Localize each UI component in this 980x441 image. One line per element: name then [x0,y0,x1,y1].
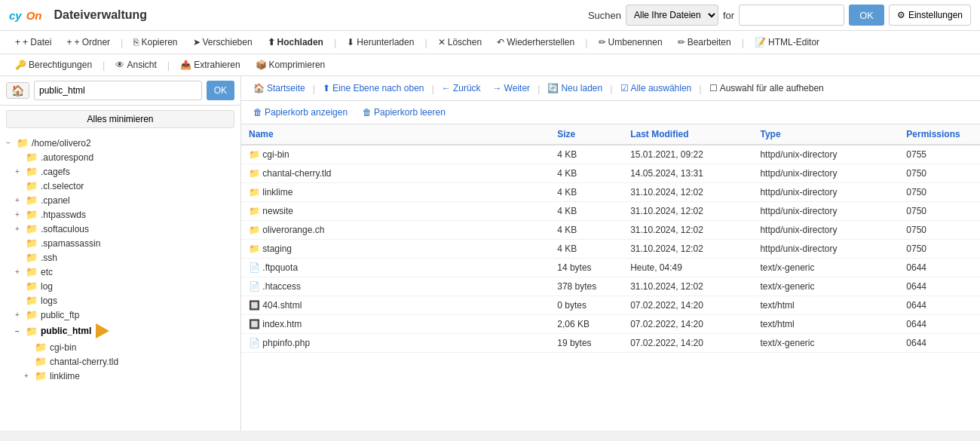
folder-icon: 📁 [17,137,29,149]
tree-item-root[interactable]: − 📁 /home/olivero2 [0,136,240,150]
rename-label: Umbenennen [608,37,663,47]
folder-icon: 📁 [26,326,38,337]
empty-trash-button[interactable]: 🗑 Papierkorb leeren [358,105,450,120]
back-button[interactable]: ← Zurück [437,81,485,96]
tree-item-etc[interactable]: + 📁 etc [0,265,240,279]
col-header-date[interactable]: Last Modified [623,124,752,145]
table-row[interactable]: 🔲 index.htm 2,06 KB 07.02.2022, 14:20 te… [241,315,980,334]
startpage-button[interactable]: 🏠 Startseite [249,81,310,96]
file-table: Name Size Last Modified Type Permissions… [241,124,980,353]
file-type-icon: 📁 [249,206,260,216]
restore-button[interactable]: ↶ Wiederherstellen [491,35,580,50]
new-folder-button[interactable]: + + Ordner [60,35,116,50]
table-row[interactable]: 📁 staging 4 KB 31.10.2024, 12:02 httpd/u… [241,240,980,259]
search-select[interactable]: Alle Ihre Dateien Dieser Ordner Dateinam… [626,5,718,26]
nav-sep5: | [699,83,701,94]
new-file-button[interactable]: + + Datei [9,35,57,50]
up-level-button[interactable]: ⬆ Eine Ebene nach oben [318,81,428,96]
col-header-perm[interactable]: Permissions [899,124,980,145]
forward-button[interactable]: → Weiter [488,81,534,96]
tree-item-autorespond[interactable]: 📁 .autorespond [0,150,240,164]
search-input[interactable] [739,5,844,26]
search-ok-button[interactable]: OK [849,5,884,26]
startpage-label: Startseite [267,83,305,93]
delete-icon: ✕ [438,37,446,47]
tree-item-public-html[interactable]: − 📁 public_html [0,322,240,340]
path-ok-button[interactable]: OK [207,81,234,100]
view-button[interactable]: 👁 Ansicht [109,57,162,72]
tree-item-public-ftp[interactable]: + 📁 public_ftp [0,308,240,322]
tree-item-cpanel[interactable]: + 📁 .cpanel [0,193,240,207]
restore-icon: ↶ [497,37,504,47]
table-row[interactable]: 📄 phpinfo.php 19 bytes 07.02.2022, 14:20… [241,334,980,353]
file-size-cell: 4 KB [550,164,623,183]
html-editor-button[interactable]: 📝 HTML-Editor [749,35,825,50]
col-header-type[interactable]: Type [752,124,899,145]
tree-item-htpasswds[interactable]: + 📁 .htpasswds [0,207,240,222]
delete-button[interactable]: ✕ Löschen [432,35,488,50]
permissions-icon: 🔑 [15,60,26,70]
folder-icon: 📁 [26,237,38,249]
expand-icon: − [6,139,15,147]
plus-folder-icon: + [66,37,72,47]
minimize-all-button[interactable]: Alles minimieren [6,110,234,128]
compress-button[interactable]: 📦 Komprimieren [250,57,332,72]
up-label: Eine Ebene nach oben [332,83,424,93]
file-name: 404.shtml [262,300,302,311]
tree-item-cagefs[interactable]: + 📁 .cagefs [0,164,240,179]
search-for-label: for [723,10,734,21]
tree-item-chantal[interactable]: 📁 chantal-cherry.tld [0,354,240,369]
rename-button[interactable]: ✏ Umbenennen [593,35,669,50]
home-icon-button[interactable]: 🏠 [6,82,29,99]
table-row[interactable]: 📄 .htaccess 378 bytes 31.10.2024, 12:02 … [241,277,980,296]
permissions-button[interactable]: 🔑 Berechtigungen [9,57,98,72]
tree-item-log[interactable]: 📁 log [0,279,240,293]
file-date-cell: 31.10.2024, 12:02 [623,240,752,259]
reload-button[interactable]: 🔄 Neu laden [543,81,607,96]
file-type-icon: 📁 [249,149,260,160]
sep4: | [583,37,589,48]
tree-item-softaculous[interactable]: + 📁 .softaculous [0,222,240,236]
reload-label: Neu laden [561,83,602,93]
table-row[interactable]: 📁 linklime 4 KB 31.10.2024, 12:02 httpd/… [241,183,980,202]
file-date-cell: 31.10.2024, 12:02 [623,221,752,240]
tree-item-cl-selector[interactable]: 📁 .cl.selector [0,179,240,193]
file-size-cell: 4 KB [550,145,623,164]
path-input[interactable] [34,81,202,100]
table-row[interactable]: 📁 oliverorange.ch 4 KB 31.10.2024, 12:02… [241,221,980,240]
settings-button[interactable]: ⚙ Einstellungen [889,5,971,26]
show-trash-button[interactable]: 🗑 Papierkorb anzeigen [249,105,352,120]
file-size-cell: 378 bytes [550,277,623,296]
deselect-label: Auswahl für alle aufheben [720,83,824,93]
col-header-name[interactable]: Name [241,124,550,145]
edit-button[interactable]: ✏ Bearbeiten [672,35,737,50]
table-row[interactable]: 📁 newsite 4 KB 31.10.2024, 12:02 httpd/u… [241,202,980,221]
tree-item-cgi-bin[interactable]: 📁 cgi-bin [0,340,240,354]
file-tree: − 📁 /home/olivero2 📁 .autorespond + 📁 .c… [0,133,240,386]
file-name-cell: 📁 staging [241,240,550,259]
tree-item-label: .htpasswds [41,210,86,220]
tree-item-linklime[interactable]: + 📁 linklime [0,369,240,383]
download-button[interactable]: ⬇ Herunterladen [341,35,420,50]
tree-item-ssh[interactable]: 📁 .ssh [0,250,240,265]
copy-button[interactable]: ⎘ Kopieren [127,35,183,50]
tree-item-label: chantal-cherry.tld [50,357,118,367]
file-type-cell: text/x-generic [752,259,899,277]
select-all-button[interactable]: ☑ Alle auswählen [616,81,697,96]
file-perm-cell: 0750 [899,183,980,202]
col-header-size[interactable]: Size [550,124,623,145]
upload-label: Hochladen [277,37,323,47]
new-file-label: + Datei [23,37,51,47]
deselect-button[interactable]: ☐ Auswahl für alle aufheben [705,81,828,96]
move-button[interactable]: ➤ Verschieben [187,35,259,50]
upload-button[interactable]: ⬆ Hochladen [262,35,329,50]
extract-button[interactable]: 📤 Extrahieren [174,57,246,72]
tree-item-logs[interactable]: 📁 logs [0,293,240,308]
table-row[interactable]: 📁 cgi-bin 4 KB 15.01.2021, 09:22 httpd/u… [241,145,980,164]
table-row[interactable]: 🔲 404.shtml 0 bytes 07.02.2022, 14:20 te… [241,296,980,315]
tree-item-spamassassin[interactable]: 📁 .spamassassin [0,236,240,250]
file-date-cell: 31.10.2024, 12:02 [623,183,752,202]
table-row[interactable]: 📄 .ftpquota 14 bytes Heute, 04:49 text/x… [241,259,980,277]
table-row[interactable]: 📁 chantal-cherry.tld 4 KB 14.05.2024, 13… [241,164,980,183]
file-perm-cell: 0644 [899,334,980,353]
